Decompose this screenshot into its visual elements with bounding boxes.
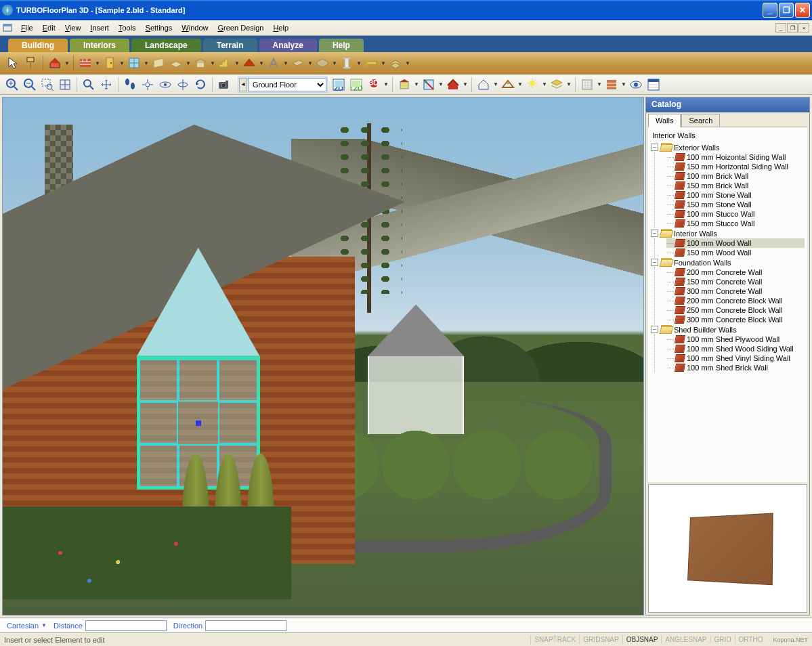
dropdown-icon[interactable]: ▼	[542, 81, 547, 87]
wall-tool-icon[interactable]	[77, 55, 93, 71]
hatching-icon[interactable]	[579, 77, 595, 93]
mdi-minimize-button[interactable]: _	[775, 23, 786, 33]
menu-file[interactable]: File	[16, 22, 38, 33]
fly-icon[interactable]	[140, 77, 156, 93]
dropdown-icon[interactable]: ▼	[493, 81, 498, 87]
menu-edit[interactable]: Edit	[38, 22, 60, 33]
door-tool-icon[interactable]	[102, 55, 118, 71]
tree-item[interactable]: 100 mm Shed Vinyl Siding Wall	[666, 353, 805, 363]
dropdown-icon[interactable]: ▼	[621, 81, 626, 87]
window-tool-icon[interactable]	[126, 55, 142, 71]
snap-toggle-anglesnap[interactable]: ANGLESNAP	[661, 635, 710, 644]
menu-window[interactable]: Window	[177, 22, 213, 33]
catalog-tab-walls[interactable]: Walls	[648, 114, 681, 127]
dropdown-icon[interactable]: ▼	[95, 60, 100, 66]
look-icon[interactable]	[175, 77, 191, 93]
tab-landscape[interactable]: Landscape	[131, 39, 201, 52]
ceiling-tool-icon[interactable]	[192, 55, 209, 71]
dropdown-icon[interactable]: ▼	[332, 60, 337, 66]
tree-item[interactable]: 150 mm Stucco Wall	[666, 219, 805, 228]
view-2d-designer-icon[interactable]: ↕2D	[348, 77, 364, 93]
mdi-close-button[interactable]: ×	[798, 23, 809, 33]
dropdown-icon[interactable]: ▼	[414, 81, 419, 87]
dropdown-icon[interactable]: ▼	[259, 60, 264, 66]
tree-item[interactable]: 300 mm Concrete Block Wall	[666, 315, 805, 324]
house-wizard-icon[interactable]	[47, 55, 63, 71]
tree-item[interactable]: 100 mm Brick Wall	[666, 171, 805, 181]
pan-icon[interactable]	[98, 77, 114, 93]
tree-item[interactable]: 200 mm Concrete Block Wall	[666, 296, 805, 305]
paint-tool-icon[interactable]	[23, 55, 39, 71]
dropdown-icon[interactable]: ▼	[119, 60, 125, 66]
snap-toggle-ortho[interactable]: ORTHO	[735, 635, 767, 644]
floor-prev-button[interactable]: ◄	[239, 78, 247, 91]
minimize-button[interactable]: _	[763, 3, 777, 18]
view-2d-icon[interactable]: 2D	[330, 77, 347, 93]
dropdown-icon[interactable]: ▼	[517, 81, 523, 87]
camera-icon[interactable]	[216, 77, 232, 93]
tab-help[interactable]: Help	[319, 39, 364, 52]
tree-item[interactable]: 100 mm Stone Wall	[666, 190, 805, 200]
dropdown-icon[interactable]: ▼	[566, 81, 572, 87]
menu-view[interactable]: View	[60, 22, 86, 33]
tree-folder[interactable]: −Exterior Walls	[651, 142, 805, 152]
zoom-window-icon[interactable]	[39, 77, 56, 93]
collapse-icon[interactable]: −	[651, 230, 658, 237]
render-house-icon[interactable]	[445, 77, 461, 93]
menu-insert[interactable]: Insert	[85, 22, 114, 33]
stairs-tool-icon[interactable]	[217, 55, 233, 71]
dropdown-icon[interactable]: ▼	[283, 60, 289, 66]
tab-terrain[interactable]: Terrain	[203, 39, 257, 52]
collapse-icon[interactable]: −	[651, 144, 658, 151]
menu-green-design[interactable]: Green Design	[213, 22, 269, 33]
surface-tool-icon[interactable]	[387, 55, 404, 71]
dropdown-icon[interactable]: ▼	[307, 60, 313, 66]
zoom-realtime-icon[interactable]	[81, 77, 97, 93]
tree-item[interactable]: 150 mm Stone Wall	[666, 200, 805, 209]
maximize-button[interactable]: ❐	[779, 3, 794, 18]
wireframe-house-icon[interactable]	[475, 77, 492, 93]
dropdown-icon[interactable]: ▼	[144, 60, 149, 66]
orbit-icon[interactable]	[157, 77, 173, 93]
light-icon[interactable]	[524, 77, 540, 93]
tree-item[interactable]: 150 mm Brick Wall	[666, 181, 805, 190]
coord-mode-button[interactable]: Cartesian ▼	[7, 622, 47, 630]
tree-item[interactable]: 150 mm Concrete Wall	[666, 277, 805, 286]
roof-tool-icon[interactable]	[241, 55, 257, 71]
dropdown-icon[interactable]: ▼	[463, 81, 468, 87]
tree-item[interactable]: 100 mm Shed Brick Wall	[666, 363, 805, 372]
collapse-icon[interactable]: −	[651, 326, 658, 333]
dropdown-icon[interactable]: ▼	[64, 60, 70, 66]
zoom-in-icon[interactable]	[4, 77, 20, 93]
tab-interiors[interactable]: Interiors	[70, 39, 129, 52]
visibility-icon[interactable]	[628, 77, 644, 93]
tab-building[interactable]: Building	[8, 39, 68, 52]
tree-item[interactable]: 100 mm Hoizontal Siding Wall	[666, 152, 805, 162]
tree-folder[interactable]: −Shed Builder Walls	[651, 324, 805, 335]
zoom-fit-icon[interactable]	[57, 77, 73, 93]
direction-input[interactable]	[205, 620, 286, 631]
tree-item[interactable]: 200 mm Concrete Wall	[666, 267, 805, 277]
floor-select[interactable]: Ground Floor	[248, 78, 326, 91]
view-3d-icon[interactable]: 3D	[366, 77, 382, 93]
tree-item[interactable]: 100 mm Wood Wall	[666, 238, 805, 248]
tree-item[interactable]: 150 mm Horizontal Siding Wall	[666, 162, 805, 171]
system-menu-icon[interactable]	[1, 22, 14, 33]
tab-analyze[interactable]: Analyze	[259, 39, 317, 52]
snap-toggle-snaptrack[interactable]: SNAPTRACK	[530, 635, 579, 644]
viewport-3d[interactable]	[2, 97, 644, 616]
pattern-icon[interactable]	[603, 77, 620, 93]
mdi-restore-button[interactable]: ❐	[787, 23, 798, 33]
catalog-tree[interactable]: Interior Walls −Exterior Walls100 mm Hoi…	[648, 127, 807, 482]
walk-icon[interactable]	[122, 77, 138, 93]
select-tool-icon[interactable]	[5, 55, 22, 71]
tree-item[interactable]: 250 mm Concrete Block Wall	[666, 305, 805, 315]
dropdown-icon[interactable]: ▼	[597, 81, 602, 87]
reset-view-icon[interactable]	[192, 77, 209, 93]
dropdown-icon[interactable]: ▼	[356, 60, 362, 66]
tree-folder[interactable]: −Foundation Walls	[651, 257, 805, 267]
display-roof-icon[interactable]	[500, 77, 516, 93]
opening-tool-icon[interactable]	[150, 55, 167, 71]
catalog-tab-search[interactable]: Search	[681, 114, 720, 127]
menu-settings[interactable]: Settings	[141, 22, 177, 33]
